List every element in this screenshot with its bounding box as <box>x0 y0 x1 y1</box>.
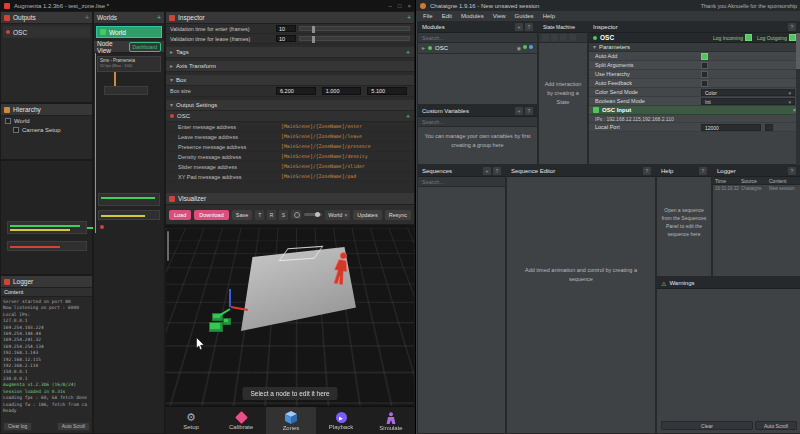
menu-guides[interactable]: Guides <box>515 13 534 19</box>
tab-zones[interactable]: Zones <box>266 407 316 434</box>
viewport-3d[interactable]: Select a node to edit it here <box>166 225 414 406</box>
graph-node[interactable] <box>104 86 148 95</box>
fps-node[interactable]: Sms - Prameneta 50 fps (Max : 100) <box>97 56 161 72</box>
graph-node[interactable] <box>98 193 160 206</box>
autoscroll-button[interactable]: Auto Scroll <box>57 422 90 431</box>
translate-button[interactable]: T <box>255 210 264 220</box>
zone-box-green[interactable] <box>223 318 231 325</box>
tab-calibrate[interactable]: Calibrate <box>216 407 266 434</box>
density-address-value[interactable]: [MainScene]/[ZoneName]/density <box>281 154 368 159</box>
close-icon[interactable]: × <box>407 3 411 9</box>
auto-add-checkbox[interactable] <box>701 53 708 60</box>
module-item-osc[interactable]: ▸ OSC ◉ <box>418 43 537 54</box>
modules-search[interactable] <box>418 33 537 43</box>
log-incoming-checkbox[interactable] <box>745 34 752 41</box>
box-size-z-field[interactable]: 5.100 <box>367 87 407 95</box>
state-tool-icon[interactable] <box>569 34 576 41</box>
state-tool-icon[interactable] <box>551 34 558 41</box>
load-button[interactable]: Load <box>169 210 191 220</box>
zoom-slider[interactable] <box>304 213 322 216</box>
state-tool-icon[interactable] <box>560 34 567 41</box>
scrollbar-thumb[interactable] <box>796 33 800 69</box>
rotate-button[interactable]: R <box>267 210 276 220</box>
logger-col-time[interactable]: Time <box>713 178 739 184</box>
custom-variables-search[interactable] <box>418 117 537 127</box>
help-icon[interactable]: ? <box>788 23 796 31</box>
inspector-add-icon[interactable]: + <box>407 14 411 21</box>
menu-edit[interactable]: Edit <box>442 13 452 19</box>
updates-button[interactable]: Updates <box>353 210 382 220</box>
tab-setup[interactable]: ⚙ Setup <box>166 407 216 434</box>
logger-col-content[interactable]: Content <box>767 178 800 184</box>
scale-button[interactable]: S <box>279 210 288 220</box>
menu-modules[interactable]: Modules <box>461 13 484 19</box>
add-sequence-icon[interactable]: + <box>483 167 491 175</box>
validation-enter-slider[interactable] <box>299 26 410 31</box>
menu-help[interactable]: Help <box>543 13 555 19</box>
zone-box-green[interactable] <box>209 322 223 332</box>
osc-input-enabled-checkbox[interactable] <box>593 107 599 113</box>
minimize-icon[interactable]: – <box>389 3 392 9</box>
osc-subsection[interactable]: OSC + <box>166 111 414 122</box>
node-graph-left[interactable] <box>0 160 93 275</box>
tab-playback[interactable]: ▶ Playback <box>316 407 366 434</box>
add-tag-icon[interactable]: + <box>406 49 410 56</box>
hierarchy-item-world[interactable]: World <box>1 116 92 125</box>
help-icon[interactable]: ? <box>788 167 796 175</box>
chevron-right-icon[interactable]: ▸ <box>422 45 425 51</box>
validation-leave-slider[interactable] <box>299 36 410 41</box>
download-button[interactable]: Download <box>194 210 228 220</box>
log-outgoing-checkbox[interactable] <box>789 34 796 41</box>
add-variable-group-icon[interactable]: + <box>515 107 523 115</box>
warnings-autoscroll-button[interactable]: Auto Scroll <box>755 421 797 430</box>
logger-row[interactable]: 16:31:16.327 Chataigne New session <box>713 185 800 191</box>
validation-enter-value[interactable]: 10 <box>276 25 296 32</box>
menu-file[interactable]: File <box>423 13 433 19</box>
slider-handle[interactable] <box>312 36 315 43</box>
logger-lines[interactable]: Server started on port 80Now listening o… <box>1 297 92 421</box>
validation-leave-value[interactable]: 10 <box>276 35 296 42</box>
port-stepper[interactable] <box>765 124 773 131</box>
graph-node[interactable] <box>7 221 87 234</box>
osc-enabled-dot[interactable] <box>593 36 597 40</box>
node-view-canvas[interactable]: Sms - Prameneta 50 fps (Max : 100) <box>94 53 164 434</box>
split-arguments-checkbox[interactable] <box>701 62 708 69</box>
slider-handle[interactable] <box>312 26 315 33</box>
enter-address-value[interactable]: [MainScene]/[ZoneName]/enter <box>281 124 362 129</box>
camera-icon[interactable] <box>291 210 302 219</box>
custom-variables-search-input[interactable] <box>422 119 533 125</box>
add-output-icon[interactable]: + <box>85 14 89 21</box>
warnings-clear-button[interactable]: Clear <box>661 421 753 430</box>
help-icon[interactable]: ? <box>699 167 707 175</box>
graph-node[interactable] <box>7 241 87 251</box>
box-size-x-field[interactable]: 6.200 <box>276 87 316 95</box>
add-module-icon[interactable]: + <box>515 23 523 31</box>
color-send-mode-dropdown[interactable]: Color ▾ <box>701 89 795 96</box>
xypad-address-value[interactable]: [MainScene]/[ZoneName]/pad <box>281 174 356 179</box>
modules-search-input[interactable] <box>422 35 533 41</box>
help-icon[interactable]: ? <box>525 107 533 115</box>
osc-input-header[interactable]: OSC Input × <box>589 106 800 115</box>
box-section[interactable]: ▾ Box <box>166 75 414 86</box>
add-world-icon[interactable]: + <box>157 14 161 21</box>
maximize-icon[interactable]: □ <box>398 3 402 9</box>
leave-address-value[interactable]: [MainScene]/[ZoneName]/leave <box>281 134 362 139</box>
clear-log-button[interactable]: Clear log <box>3 422 32 431</box>
graph-node[interactable] <box>98 210 160 220</box>
sequences-search-input[interactable] <box>422 179 501 185</box>
hierarchy-item-camera-setup[interactable]: Camera Setup <box>1 125 92 134</box>
auto-feedback-checkbox[interactable] <box>701 80 708 87</box>
axis-transform-section[interactable]: ▸ Axis Transform <box>166 61 414 72</box>
camera-setup-checkbox[interactable] <box>13 127 19 133</box>
world-dropdown[interactable]: World ▾ <box>325 210 350 220</box>
tab-simulate[interactable]: Simulate <box>366 407 416 434</box>
help-icon[interactable]: ? <box>643 167 651 175</box>
use-hierarchy-checkbox[interactable] <box>701 71 708 78</box>
ips-value[interactable]: IPs : 192.168.12.115,192.168.2.110 <box>595 116 674 122</box>
logger-col-source[interactable]: Source <box>739 178 767 184</box>
local-port-field[interactable]: 12000 <box>701 124 761 131</box>
eye-icon[interactable]: ◉ <box>517 45 521 51</box>
world-item[interactable]: World <box>96 26 162 38</box>
parameters-section-header[interactable]: ▾ Parameters <box>589 43 800 52</box>
world-visibility-checkbox[interactable] <box>5 118 11 124</box>
